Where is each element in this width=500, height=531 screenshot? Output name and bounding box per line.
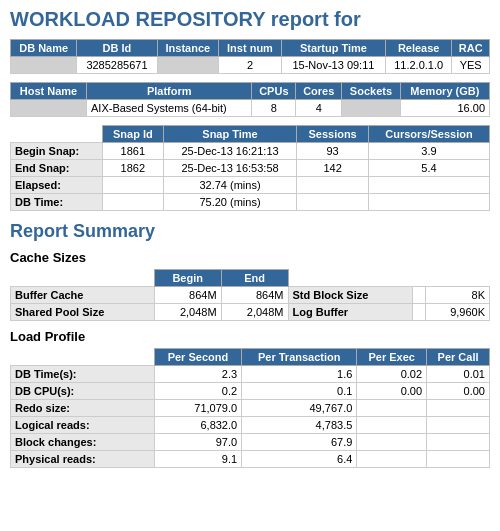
db-time-per-trans: 1.6 — [242, 366, 357, 383]
release-cell: 11.2.0.1.0 — [386, 57, 452, 74]
elapsed-snap-id — [102, 177, 163, 194]
elapsed-label: Elapsed: — [11, 177, 103, 194]
physical-reads-lp-label: Physical reads: — [11, 451, 155, 468]
shared-pool-row: Shared Pool Size 2,048M 2,048M Log Buffe… — [11, 304, 490, 321]
db-cpu-lp-label: DB CPU(s): — [11, 383, 155, 400]
db-time-sessions — [297, 194, 369, 211]
log-buffer-empty — [412, 304, 425, 321]
cache-empty3-header — [412, 270, 425, 287]
buffer-cache-row: Buffer Cache 864M 864M Std Block Size 8K — [11, 287, 490, 304]
host-name-cell — [11, 100, 87, 117]
cpus-cell: 8 — [252, 100, 296, 117]
snap-empty-header — [11, 126, 103, 143]
cpus-header: CPUs — [252, 83, 296, 100]
begin-cursors: 3.9 — [369, 143, 490, 160]
snap-info-table: Snap Id Snap Time Sessions Cursors/Sessi… — [10, 125, 490, 211]
logical-reads-lp-row: Logical reads: 6,832.0 4,783.5 — [11, 417, 490, 434]
cores-header: Cores — [296, 83, 342, 100]
db-cpu-per-exec: 0.00 — [357, 383, 427, 400]
block-changes-per-exec — [357, 434, 427, 451]
memory-cell: 16.00 — [400, 100, 489, 117]
db-time-per-call: 0.01 — [427, 366, 490, 383]
db-time-value: 75.20 (mins) — [163, 194, 296, 211]
log-buffer-label: Log Buffer — [288, 304, 412, 321]
snap-id-header: Snap Id — [102, 126, 163, 143]
buffer-cache-label: Buffer Cache — [11, 287, 155, 304]
startup-time-cell: 15-Nov-13 09:11 — [281, 57, 385, 74]
db-time-cursors — [369, 194, 490, 211]
cache-sizes-table: Begin End Buffer Cache 864M 864M Std Blo… — [10, 269, 490, 321]
db-name-cell — [11, 57, 77, 74]
std-block-label: Std Block Size — [288, 287, 412, 304]
db-time-per-sec: 2.3 — [154, 366, 241, 383]
rac-header: RAC — [452, 40, 490, 57]
elapsed-row: Elapsed: 32.74 (mins) — [11, 177, 490, 194]
std-block-val — [412, 287, 425, 304]
buffer-cache-end: 864M — [221, 287, 288, 304]
logical-reads-per-sec: 6,832.0 — [154, 417, 241, 434]
load-profile-title: Load Profile — [10, 329, 490, 344]
end-snap-time: 25-Dec-13 16:53:58 — [163, 160, 296, 177]
db-id-header: DB Id — [77, 40, 157, 57]
host-info-row: AIX-Based Systems (64-bit) 8 4 16.00 — [11, 100, 490, 117]
db-cpu-lp-row: DB CPU(s): 0.2 0.1 0.00 0.00 — [11, 383, 490, 400]
report-summary-title: Report Summary — [10, 221, 490, 242]
buffer-cache-begin: 864M — [154, 287, 221, 304]
redo-size-lp-row: Redo size: 71,079.0 49,767.0 — [11, 400, 490, 417]
db-cpu-per-sec: 0.2 — [154, 383, 241, 400]
physical-reads-per-exec — [357, 451, 427, 468]
platform-cell: AIX-Based Systems (64-bit) — [86, 100, 251, 117]
shared-pool-end: 2,048M — [221, 304, 288, 321]
block-changes-per-trans: 67.9 — [242, 434, 357, 451]
redo-size-per-call — [427, 400, 490, 417]
redo-size-lp-label: Redo size: — [11, 400, 155, 417]
db-time-row: DB Time: 75.20 (mins) — [11, 194, 490, 211]
lp-per-call-header: Per Call — [427, 349, 490, 366]
log-buffer-val: 9,960K — [425, 304, 489, 321]
begin-snap-id: 1861 — [102, 143, 163, 160]
lp-per-second-header: Per Second — [154, 349, 241, 366]
inst-num-header: Inst num — [219, 40, 282, 57]
db-id-cell: 3285285671 — [77, 57, 157, 74]
redo-size-per-sec: 71,079.0 — [154, 400, 241, 417]
cache-end-header: End — [221, 270, 288, 287]
cores-cell: 4 — [296, 100, 342, 117]
block-changes-per-sec: 97.0 — [154, 434, 241, 451]
cache-empty4-header — [425, 270, 489, 287]
db-time-label: DB Time: — [11, 194, 103, 211]
page-container: WORKLOAD REPOSITORY report for DB Name D… — [0, 0, 500, 484]
load-profile-table: Per Second Per Transaction Per Exec Per … — [10, 348, 490, 468]
begin-sessions: 93 — [297, 143, 369, 160]
lp-empty-header — [11, 349, 155, 366]
instance-header: Instance — [157, 40, 218, 57]
db-time-lp-row: DB Time(s): 2.3 1.6 0.02 0.01 — [11, 366, 490, 383]
rac-cell: YES — [452, 57, 490, 74]
begin-snap-row: Begin Snap: 1861 25-Dec-13 16:21:13 93 3… — [11, 143, 490, 160]
release-header: Release — [386, 40, 452, 57]
host-info-table: Host Name Platform CPUs Cores Sockets Me… — [10, 82, 490, 117]
physical-reads-per-call — [427, 451, 490, 468]
block-changes-lp-row: Block changes: 97.0 67.9 — [11, 434, 490, 451]
db-info-table: DB Name DB Id Instance Inst num Startup … — [10, 39, 490, 74]
end-snap-id: 1862 — [102, 160, 163, 177]
physical-reads-lp-row: Physical reads: 9.1 6.4 — [11, 451, 490, 468]
logical-reads-lp-label: Logical reads: — [11, 417, 155, 434]
redo-size-per-exec — [357, 400, 427, 417]
memory-header: Memory (GB) — [400, 83, 489, 100]
instance-cell — [157, 57, 218, 74]
cursors-header: Cursors/Session — [369, 126, 490, 143]
physical-reads-per-trans: 6.4 — [242, 451, 357, 468]
db-name-header: DB Name — [11, 40, 77, 57]
lp-per-exec-header: Per Exec — [357, 349, 427, 366]
logical-reads-per-trans: 4,783.5 — [242, 417, 357, 434]
sockets-header: Sockets — [342, 83, 401, 100]
begin-snap-label: Begin Snap: — [11, 143, 103, 160]
db-time-lp-label: DB Time(s): — [11, 366, 155, 383]
std-block-size: 8K — [425, 287, 489, 304]
shared-pool-label: Shared Pool Size — [11, 304, 155, 321]
end-sessions: 142 — [297, 160, 369, 177]
elapsed-time: 32.74 (mins) — [163, 177, 296, 194]
end-snap-label: End Snap: — [11, 160, 103, 177]
cache-sizes-title: Cache Sizes — [10, 250, 490, 265]
sockets-cell — [342, 100, 401, 117]
